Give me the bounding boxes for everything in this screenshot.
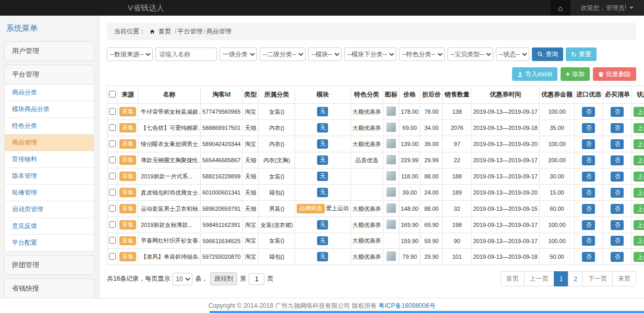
level2-category-select[interactable]: --二级分类--: [260, 47, 306, 61]
name-input[interactable]: [155, 47, 217, 61]
add-button[interactable]: + 添加: [561, 67, 590, 81]
page-button[interactable]: 末页: [612, 271, 636, 286]
module-sub-category-select[interactable]: --模块下分类--: [344, 47, 396, 61]
must-buy-button[interactable]: 否: [611, 188, 624, 198]
must-buy-button[interactable]: 否: [611, 155, 624, 165]
must-buy-button[interactable]: 否: [611, 172, 624, 182]
row-checkbox[interactable]: [109, 189, 116, 196]
per-page-select[interactable]: 10: [173, 273, 192, 285]
product-thumbnail: [386, 203, 396, 213]
sales-count: 198: [443, 217, 471, 233]
sidebar-item[interactable]: 平台管理: [4, 65, 94, 85]
discount-price: 39.00: [420, 136, 443, 152]
import-select-button[interactable]: 否: [582, 172, 595, 182]
breadcrumb-home-link[interactable]: 首页: [159, 27, 171, 36]
status-button[interactable]: 上架: [634, 204, 644, 214]
sidebar-item[interactable]: 模块商品分类: [4, 101, 94, 118]
item-type-select[interactable]: --宝贝类型--: [447, 47, 493, 61]
page-button[interactable]: 上一页: [524, 271, 554, 286]
status-button[interactable]: 上架: [634, 252, 644, 262]
import-select-button[interactable]: 否: [582, 139, 595, 149]
must-buy-cell: 否: [603, 120, 631, 136]
must-buy-button[interactable]: 否: [611, 252, 624, 262]
status-button[interactable]: 上架: [634, 172, 644, 182]
import-select-button[interactable]: 否: [582, 123, 595, 133]
sidebar-item[interactable]: 商品管理: [4, 135, 94, 151]
product-type: 天猫: [242, 120, 259, 136]
home-button[interactable]: ⌂: [551, 0, 570, 16]
must-buy-button[interactable]: 否: [611, 236, 624, 246]
taoke-id: 601000601341: [201, 185, 242, 201]
import-excel-button[interactable]: 导入excel: [512, 67, 557, 81]
status-button[interactable]: 上架: [634, 139, 644, 149]
must-buy-button[interactable]: 否: [611, 107, 624, 117]
icp-link[interactable]: 粤ICP备16098006号: [379, 302, 435, 310]
sidebar-item[interactable]: 商品分类: [4, 85, 94, 101]
horizontal-scrollbar-thumb[interactable]: [210, 311, 644, 313]
batch-delete-button[interactable]: 批量删除: [593, 67, 636, 81]
category: 内衣(): [259, 120, 295, 136]
page-button[interactable]: 2: [568, 271, 583, 286]
row-checkbox[interactable]: [109, 173, 116, 179]
module-select[interactable]: --模块--: [308, 47, 342, 61]
discount-price: 88.00: [420, 201, 443, 217]
sidebar-item[interactable]: 版本管理: [4, 168, 94, 185]
column-header: 来源: [118, 86, 138, 104]
reset-button[interactable]: ↻ 重置: [566, 47, 597, 61]
import-select-button[interactable]: 否: [582, 252, 595, 262]
coupon-time: 2019-09-13—2019-09-17: [471, 152, 540, 168]
sidebar-item[interactable]: 特色分类: [4, 118, 94, 135]
status-button[interactable]: 上架: [634, 155, 644, 165]
import-select-button[interactable]: 否: [582, 220, 595, 230]
sidebar-item[interactable]: 拼团管理: [4, 255, 94, 275]
must-buy-button[interactable]: 否: [611, 123, 624, 133]
row-checkbox[interactable]: [109, 124, 116, 131]
data-source-select[interactable]: --数据来源--: [107, 47, 153, 61]
table-header-row: 来源名称淘客Id类型所属分类模块特色分类图标价格折后价销售数量优惠券时间优惠券金…: [107, 86, 644, 104]
status-button[interactable]: 上架: [634, 123, 644, 133]
select-all-checkbox[interactable]: [109, 91, 116, 98]
page-number-input[interactable]: [249, 273, 264, 285]
import-select-button[interactable]: 否: [582, 107, 595, 117]
import-select-button[interactable]: 否: [582, 204, 595, 214]
must-buy-button[interactable]: 否: [611, 139, 624, 149]
sidebar-item[interactable]: 意见反馈: [4, 218, 94, 235]
page-button[interactable]: 1: [554, 271, 569, 286]
page-button[interactable]: 首页: [501, 271, 525, 286]
breadcrumb-path: /平台管理/商品管理: [174, 27, 232, 36]
coupon-time: 2019-09-13—2019-09-18: [471, 249, 540, 265]
status-button[interactable]: 上架: [634, 107, 644, 117]
search-button[interactable]: 查询: [532, 47, 563, 61]
level1-category-select[interactable]: 一级分类: [220, 47, 257, 61]
jump-button[interactable]: 跳转到: [210, 272, 237, 285]
import-select-button[interactable]: 否: [582, 236, 595, 246]
sidebar-item[interactable]: 轮播管理: [4, 185, 94, 201]
import-select-button[interactable]: 否: [582, 155, 595, 165]
module-badge: 无: [317, 123, 328, 132]
sidebar-item[interactable]: 用户管理: [4, 41, 94, 61]
sidebar-item[interactable]: 省钱快报: [4, 279, 94, 298]
row-checkbox[interactable]: [109, 253, 116, 260]
row-checkbox[interactable]: [109, 156, 116, 163]
sidebar-item[interactable]: 启动页管理: [4, 201, 94, 218]
sidebar-item[interactable]: 宣传物料: [4, 151, 94, 168]
status-button[interactable]: 上架: [634, 236, 644, 246]
source-cell: 采集: [118, 185, 138, 201]
user-menu[interactable]: 欢迎您，管理员!: [570, 0, 644, 16]
sidebar-item[interactable]: 平台配置: [4, 235, 94, 251]
row-checkbox[interactable]: [109, 205, 116, 212]
product-type: 淘宝: [242, 249, 259, 265]
coupon-amount: 100.00: [539, 217, 574, 233]
must-buy-button[interactable]: 否: [611, 220, 624, 230]
import-select-button[interactable]: 否: [582, 188, 595, 198]
status-button[interactable]: 上架: [634, 220, 644, 230]
row-checkbox[interactable]: [109, 108, 116, 115]
row-checkbox[interactable]: [109, 140, 116, 147]
status-select[interactable]: --状态--: [496, 47, 529, 61]
page-button[interactable]: 下一页: [582, 271, 613, 286]
feature-category-select[interactable]: --特色分类--: [399, 47, 445, 61]
row-checkbox[interactable]: [109, 237, 116, 244]
must-buy-button[interactable]: 否: [611, 204, 624, 214]
row-checkbox[interactable]: [109, 221, 116, 228]
status-button[interactable]: 上架: [634, 188, 644, 198]
